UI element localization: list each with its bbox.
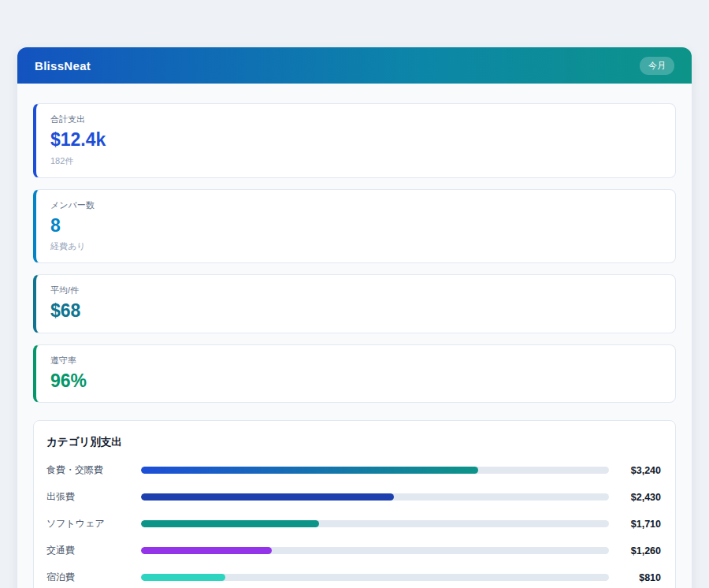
bar-track bbox=[141, 520, 609, 527]
bar-label: 出張費 bbox=[46, 490, 141, 504]
bar-row-software: ソフトウェア $1,710 bbox=[46, 517, 661, 530]
bar-value: $1,710 bbox=[609, 519, 661, 530]
bar-row-lodging: 宿泊費 $810 bbox=[46, 571, 661, 584]
bar-fill bbox=[141, 493, 394, 501]
stat-label: 平均/件 bbox=[50, 285, 661, 296]
stat-card-member-count: メンバー数 8 経費あり bbox=[33, 189, 676, 264]
bar-fill bbox=[141, 520, 319, 527]
page-background: BlissNeat 今月 合計支出 $12.4k 182件 メンバー数 8 経費… bbox=[0, 0, 709, 588]
stat-value: $68 bbox=[50, 300, 661, 322]
bar-label: 食費・交際費 bbox=[46, 463, 141, 477]
stat-sub: 経費あり bbox=[50, 240, 661, 252]
stat-value: 96% bbox=[50, 370, 661, 393]
stat-label: メンバー数 bbox=[50, 199, 661, 211]
bar-value: $810 bbox=[609, 572, 661, 583]
bar-label: ソフトウェア bbox=[46, 517, 141, 530]
bar-value: $1,260 bbox=[609, 545, 661, 556]
dashboard-body: 合計支出 $12.4k 182件 メンバー数 8 経費あり 平均/件 $68 遵… bbox=[17, 84, 692, 588]
bar-value: $3,240 bbox=[609, 465, 661, 476]
stat-value: 8 bbox=[50, 215, 661, 237]
bar-track bbox=[141, 547, 609, 554]
category-breakdown-card: カテゴリ別支出 食費・交際費 $3,240 出張費 $2,430 bbox=[33, 420, 676, 588]
stat-card-compliance-rate: 遵守率 96% bbox=[33, 344, 676, 404]
bar-row-business-trip: 出張費 $2,430 bbox=[46, 490, 661, 504]
bar-track bbox=[141, 467, 609, 474]
stat-label: 合計支出 bbox=[50, 114, 661, 125]
stat-sub: 182件 bbox=[50, 155, 661, 167]
category-breakdown-title: カテゴリ別支出 bbox=[46, 435, 661, 449]
stat-value: $12.4k bbox=[50, 129, 661, 151]
stat-card-average-per-item: 平均/件 $68 bbox=[33, 274, 676, 333]
stat-card-total-spend: 合計支出 $12.4k 182件 bbox=[33, 103, 676, 178]
bar-value: $2,430 bbox=[609, 492, 661, 503]
bar-fill bbox=[141, 467, 478, 474]
app-title: BlissNeat bbox=[35, 59, 91, 73]
bar-fill bbox=[141, 574, 225, 581]
bar-track bbox=[141, 574, 609, 581]
bar-row-transport: 交通費 $1,260 bbox=[46, 544, 661, 557]
dashboard-card: BlissNeat 今月 合計支出 $12.4k 182件 メンバー数 8 経費… bbox=[17, 47, 692, 588]
bar-label: 宿泊費 bbox=[46, 571, 141, 584]
app-header: BlissNeat 今月 bbox=[17, 47, 692, 84]
bar-row-food-entertainment: 食費・交際費 $3,240 bbox=[46, 463, 661, 477]
bar-fill bbox=[141, 547, 272, 554]
stat-label: 遵守率 bbox=[50, 355, 661, 367]
bar-track bbox=[141, 493, 609, 501]
period-badge[interactable]: 今月 bbox=[640, 57, 674, 75]
bar-label: 交通費 bbox=[46, 544, 141, 557]
